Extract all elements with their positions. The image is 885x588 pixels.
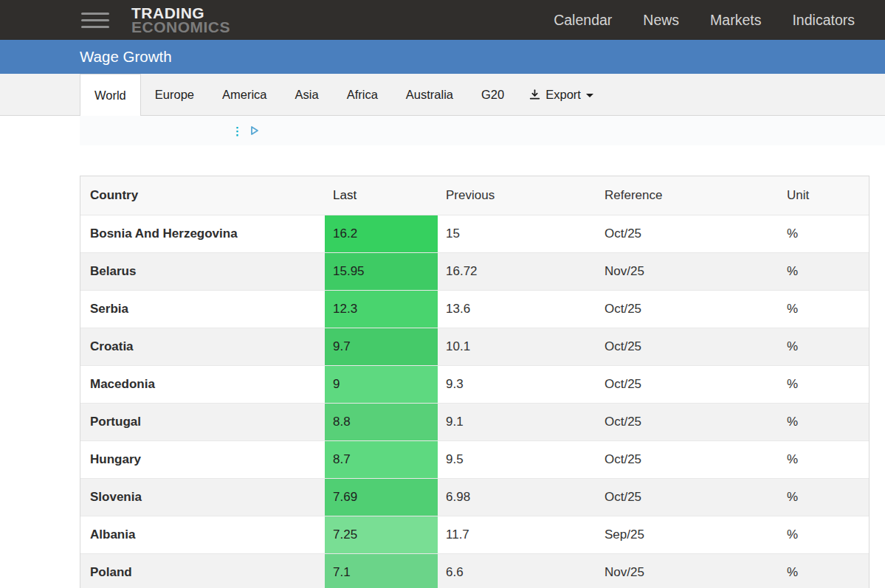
reference-cell: Sep/25 — [596, 516, 779, 553]
previous-value-cell: 9.1 — [438, 404, 596, 440]
last-value-cell: 7.69 — [325, 479, 438, 516]
country-cell[interactable]: Belarus — [80, 253, 325, 290]
adchoices-icon[interactable] — [249, 125, 261, 136]
tab-australia[interactable]: Australia — [392, 74, 467, 115]
previous-value-cell: 9.5 — [438, 441, 596, 478]
tab-africa[interactable]: Africa — [333, 74, 392, 115]
tab-g20[interactable]: G20 — [467, 74, 518, 115]
nav-link-news[interactable]: News — [627, 4, 695, 36]
previous-value-cell: 6.98 — [438, 479, 596, 516]
country-cell[interactable]: Serbia — [80, 291, 325, 328]
reference-cell: Nov/25 — [596, 554, 779, 588]
region-tabs-bar: World Europe America Asia Africa Austral… — [0, 74, 885, 116]
tab-asia[interactable]: Asia — [281, 74, 333, 115]
country-cell[interactable]: Bosnia And Herzegovina — [80, 215, 325, 252]
last-value-cell: 8.7 — [325, 441, 438, 478]
nav-link-indicators[interactable]: Indicators — [776, 4, 870, 36]
unit-cell: % — [779, 328, 869, 365]
column-header-previous: Previous — [438, 176, 596, 215]
previous-value-cell: 16.72 — [438, 253, 596, 290]
table-row: Croatia 9.7 10.1 Oct/25 % — [80, 328, 869, 365]
last-value-cell: 16.2 — [325, 215, 438, 252]
country-cell[interactable]: Macedonia — [80, 366, 325, 403]
previous-value-cell: 9.3 — [438, 366, 596, 403]
reference-cell: Nov/25 — [596, 253, 779, 290]
country-cell[interactable]: Slovenia — [80, 479, 325, 516]
unit-cell: % — [779, 404, 869, 440]
table-row: Macedonia 9 9.3 Oct/25 % — [80, 365, 869, 403]
table-row: Hungary 8.7 9.5 Oct/25 % — [80, 440, 869, 478]
reference-cell: Oct/25 — [596, 291, 779, 328]
country-cell[interactable]: Albania — [80, 516, 325, 553]
unit-cell: % — [779, 554, 869, 588]
hamburger-menu-icon[interactable] — [81, 8, 109, 32]
download-icon — [528, 89, 541, 101]
ad-options-icon[interactable]: ⋮ — [232, 125, 243, 136]
wage-growth-table: Country Last Previous Reference Unit Bos… — [80, 176, 869, 588]
column-header-last: Last — [325, 176, 438, 215]
page-title: Wage Growth — [80, 48, 172, 66]
column-header-country: Country — [80, 176, 325, 215]
previous-value-cell: 15 — [438, 215, 596, 252]
last-value-cell: 9.7 — [325, 328, 438, 365]
last-value-cell: 7.1 — [325, 554, 438, 588]
country-cell[interactable]: Portugal — [80, 404, 325, 440]
unit-cell: % — [779, 516, 869, 553]
reference-cell: Oct/25 — [596, 366, 779, 403]
ad-strip: ⋮ — [80, 116, 885, 145]
tab-europe[interactable]: Europe — [141, 74, 208, 115]
country-cell[interactable]: Poland — [80, 554, 325, 588]
unit-cell: % — [779, 215, 869, 252]
previous-value-cell: 13.6 — [438, 291, 596, 328]
reference-cell: Oct/25 — [596, 441, 779, 478]
column-header-reference: Reference — [596, 176, 779, 215]
previous-value-cell: 6.6 — [438, 554, 596, 588]
table-row: Belarus 15.95 16.72 Nov/25 % — [80, 252, 869, 290]
unit-cell: % — [779, 366, 869, 403]
table-row: Portugal 8.8 9.1 Oct/25 % — [80, 403, 869, 440]
page-title-bar: Wage Growth — [0, 40, 885, 74]
previous-value-cell: 11.7 — [438, 516, 596, 553]
unit-cell: % — [779, 479, 869, 516]
last-value-cell: 8.8 — [325, 404, 438, 440]
export-button[interactable]: Export — [518, 74, 604, 115]
country-cell[interactable]: Croatia — [80, 328, 325, 365]
table-row: Albania 7.25 11.7 Sep/25 % — [80, 516, 869, 553]
unit-cell: % — [779, 291, 869, 328]
reference-cell: Oct/25 — [596, 215, 779, 252]
unit-cell: % — [779, 253, 869, 290]
nav-link-markets[interactable]: Markets — [695, 4, 776, 36]
chevron-down-icon — [586, 94, 593, 97]
tab-world[interactable]: World — [80, 74, 141, 116]
table-row: Slovenia 7.69 6.98 Oct/25 % — [80, 478, 869, 516]
last-value-cell: 7.25 — [325, 516, 438, 553]
table-row: Bosnia And Herzegovina 16.2 15 Oct/25 % — [80, 215, 869, 252]
nav-link-calendar[interactable]: Calendar — [538, 4, 627, 36]
last-value-cell: 9 — [325, 366, 438, 403]
previous-value-cell: 10.1 — [438, 328, 596, 365]
country-cell[interactable]: Hungary — [80, 441, 325, 478]
export-label: Export — [545, 88, 581, 102]
unit-cell: % — [779, 441, 869, 478]
nav-links: Calendar News Markets Indicators — [538, 4, 885, 36]
reference-cell: Oct/25 — [596, 479, 779, 516]
reference-cell: Oct/25 — [596, 404, 779, 440]
logo-line2: ECONOMICS — [131, 20, 230, 34]
table-row: Serbia 12.3 13.6 Oct/25 % — [80, 290, 869, 328]
reference-cell: Oct/25 — [596, 328, 779, 365]
tab-america[interactable]: America — [208, 74, 281, 115]
top-navbar: TRADING ECONOMICS Calendar News Markets … — [0, 0, 885, 40]
last-value-cell: 12.3 — [325, 291, 438, 328]
table-row: Poland 7.1 6.6 Nov/25 % — [80, 553, 869, 588]
last-value-cell: 15.95 — [325, 253, 438, 290]
trading-economics-logo[interactable]: TRADING ECONOMICS — [131, 6, 230, 34]
column-header-unit: Unit — [779, 176, 869, 215]
table-header-row: Country Last Previous Reference Unit — [80, 176, 869, 215]
